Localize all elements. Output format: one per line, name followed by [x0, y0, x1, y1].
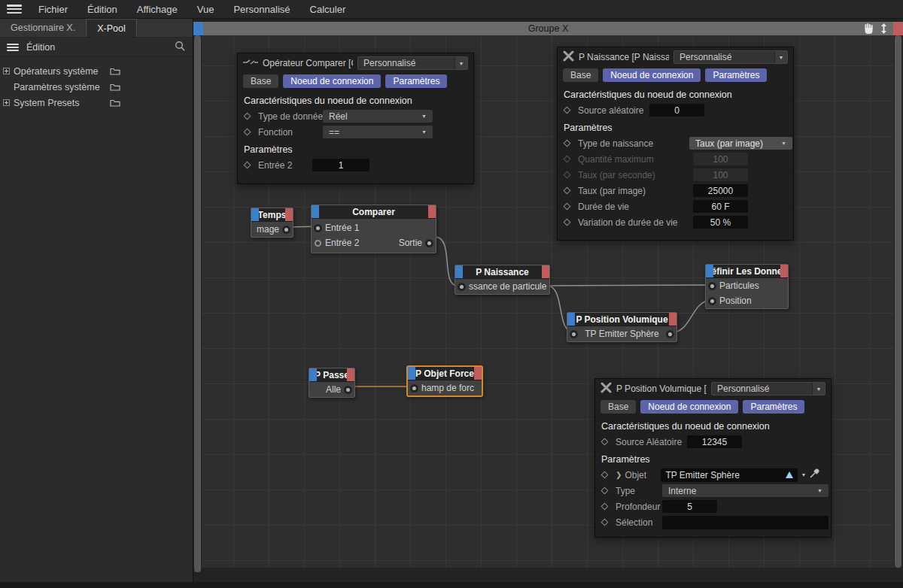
- node-p-objet-force-header[interactable]: P Objet Force: [408, 367, 482, 380]
- input-port-particules[interactable]: [708, 282, 716, 290]
- input-port[interactable]: [458, 283, 466, 291]
- menu-affichage[interactable]: Affichage: [127, 0, 187, 19]
- selection-input[interactable]: [662, 516, 829, 529]
- edition-menu-icon[interactable]: [7, 44, 19, 51]
- expand-plus-icon[interactable]: [3, 68, 10, 74]
- tree-item-operateurs-systeme[interactable]: Opérateurs système: [0, 63, 193, 79]
- node-input-corner[interactable]: [455, 265, 463, 279]
- objet-link-field[interactable]: TP Emitter Sphère: [661, 468, 798, 482]
- chevron-down-icon[interactable]: ▼: [774, 51, 787, 63]
- node-output-corner[interactable]: [347, 368, 354, 382]
- key-diamond-icon[interactable]: [564, 187, 571, 195]
- group-title-mid[interactable]: Groupe X: [203, 22, 893, 35]
- input-port[interactable]: [410, 384, 418, 393]
- node-output-corner[interactable]: [428, 205, 436, 219]
- source-aleatoire-input[interactable]: 0: [649, 104, 704, 117]
- node-p-passe[interactable]: P Passe Alle: [309, 368, 355, 398]
- input-port-position[interactable]: [708, 297, 716, 305]
- input-port-entree1[interactable]: [314, 224, 322, 232]
- node-input-corner[interactable]: [312, 205, 319, 219]
- left-scrollbar[interactable]: [194, 35, 201, 572]
- search-icon[interactable]: [175, 41, 186, 54]
- tab-parametres[interactable]: Paramètres: [705, 68, 767, 82]
- entree2-input[interactable]: 1: [312, 159, 369, 171]
- key-diamond-icon[interactable]: [244, 162, 251, 169]
- key-diamond-icon[interactable]: [244, 129, 251, 136]
- node-input-corner[interactable]: [408, 367, 415, 380]
- tab-base[interactable]: Base: [600, 400, 636, 414]
- node-p-passe-header[interactable]: P Passe: [309, 368, 354, 382]
- node-output-corner[interactable]: [474, 367, 482, 380]
- group-output-corner[interactable]: [893, 22, 903, 35]
- expand-plus-icon[interactable]: [3, 99, 10, 106]
- key-diamond-icon[interactable]: [244, 113, 251, 120]
- node-output-corner[interactable]: [669, 313, 676, 326]
- pan-hand-icon[interactable]: [864, 23, 874, 36]
- node-p-naissance-header[interactable]: P Naissance: [455, 265, 549, 279]
- tree-item-system-presets[interactable]: System Presets: [0, 95, 193, 111]
- key-diamond-icon[interactable]: [564, 219, 571, 226]
- type-de-naissance-dropdown[interactable]: Taux (par image) ▼: [689, 137, 792, 150]
- tab-base[interactable]: Base: [563, 68, 598, 82]
- tree-item-parametres-systeme[interactable]: Paramètres système: [0, 79, 193, 95]
- tab-x-pool[interactable]: X-Pool: [86, 19, 137, 37]
- node-temps[interactable]: Temps mage: [251, 208, 293, 238]
- tab-base[interactable]: Base: [243, 74, 278, 88]
- key-diamond-icon[interactable]: [601, 471, 609, 479]
- output-port[interactable]: [344, 386, 352, 394]
- eyedropper-icon[interactable]: [809, 468, 819, 481]
- key-diamond-icon[interactable]: [564, 203, 571, 211]
- node-p-position-volumique[interactable]: P Position Volumique TP Emitter Sphère: [567, 312, 677, 342]
- tab-parametres[interactable]: Paramètres: [385, 74, 447, 88]
- fonction-dropdown[interactable]: == ▼: [323, 126, 433, 138]
- preset-dropdown[interactable]: Personnalisé ▼: [357, 56, 468, 70]
- tab-parametres[interactable]: Paramètres: [743, 400, 804, 414]
- chevron-down-icon[interactable]: ▼: [801, 472, 806, 477]
- node-temps-header[interactable]: Temps: [251, 208, 293, 222]
- node-p-objet-force[interactable]: P Objet Force hamp de forc: [407, 366, 482, 396]
- node-output-corner[interactable]: [285, 208, 293, 222]
- taux-par-image-input[interactable]: 25000: [693, 184, 748, 197]
- preset-dropdown[interactable]: Personnalisé ▼: [711, 382, 825, 396]
- node-output-corner[interactable]: [780, 265, 788, 278]
- menu-vue[interactable]: Vue: [187, 0, 224, 19]
- key-diamond-icon[interactable]: [601, 438, 609, 446]
- type-de-donnee-dropdown[interactable]: Réel ▼: [323, 110, 433, 123]
- type-dropdown[interactable]: Interne ▼: [662, 484, 829, 497]
- node-comparer-header[interactable]: Comparer: [312, 205, 436, 219]
- key-diamond-icon[interactable]: [564, 140, 571, 147]
- tab-gestionnaire-x[interactable]: Gestionnaire X.: [0, 19, 86, 37]
- source-aleatoire-input[interactable]: 12345: [687, 435, 742, 448]
- node-p-position-header[interactable]: P Position Volumique: [567, 313, 676, 326]
- node-input-corner[interactable]: [309, 368, 317, 382]
- key-diamond-icon[interactable]: [601, 487, 609, 495]
- chevron-down-icon[interactable]: ▼: [455, 57, 467, 69]
- expander-chevron-icon[interactable]: ❯: [616, 471, 622, 479]
- node-definir-les-donnees[interactable]: éfinir Les Donne Particules Position: [705, 264, 789, 309]
- preset-dropdown[interactable]: Personnalisé ▼: [673, 50, 788, 64]
- menu-calculer[interactable]: Calculer: [300, 0, 356, 19]
- node-input-corner[interactable]: [567, 313, 575, 326]
- menu-fichier[interactable]: Fichier: [29, 0, 78, 19]
- tab-noeud-de-connexion[interactable]: Noeud de connexion: [283, 74, 381, 88]
- node-output-corner[interactable]: [542, 265, 549, 279]
- menu-edition[interactable]: Édition: [78, 0, 127, 19]
- node-definir-header[interactable]: éfinir Les Donne: [706, 265, 788, 278]
- key-diamond-icon[interactable]: [601, 519, 609, 526]
- key-diamond-icon[interactable]: [601, 503, 609, 511]
- tab-noeud-de-connexion[interactable]: Noeud de connexion: [603, 68, 701, 82]
- hamburger-menu-icon[interactable]: [7, 5, 22, 14]
- menu-personnalise[interactable]: Personnalisé: [223, 0, 299, 19]
- variation-duree-input[interactable]: 50 %: [693, 216, 748, 229]
- node-input-corner[interactable]: [251, 208, 259, 222]
- node-p-naissance[interactable]: P Naissance ssance de particule: [455, 265, 550, 295]
- profondeur-input[interactable]: 5: [662, 500, 717, 513]
- group-input-corner[interactable]: [193, 22, 203, 35]
- output-port[interactable]: [282, 226, 290, 234]
- scroll-updown-icon[interactable]: [880, 23, 888, 36]
- output-port-sortie[interactable]: [425, 239, 433, 247]
- right-scrollbar[interactable]: [895, 35, 901, 568]
- node-comparer[interactable]: Comparer Entrée 1 Entrée 2 Sortie: [311, 205, 436, 253]
- duree-de-vie-input[interactable]: 60 F: [693, 200, 748, 213]
- input-port[interactable]: [570, 330, 578, 338]
